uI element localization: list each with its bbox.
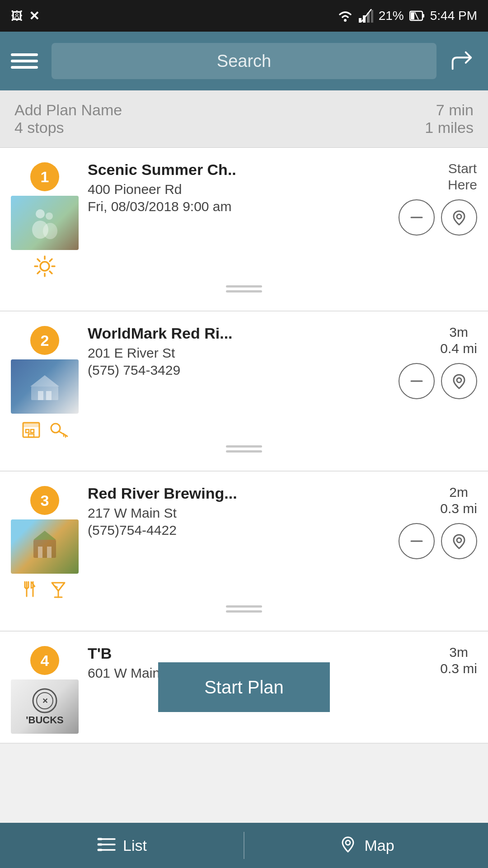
- plan-summary-left: Add Plan Name 4 stops: [14, 101, 122, 137]
- menu-button[interactable]: [11, 53, 42, 69]
- share-icon: [448, 48, 474, 74]
- stop-info: WorldMark Red Ri... 201 E River St (575)…: [88, 324, 389, 378]
- stop-actions: 3m 0.4 mi: [399, 324, 477, 399]
- svg-rect-4: [371, 10, 373, 23]
- category-icons: [20, 578, 69, 600]
- stop-distance: 3m 0.4 mi: [440, 324, 477, 357]
- svg-rect-30: [23, 423, 39, 427]
- stop-item: 2: [0, 311, 488, 472]
- svg-point-52: [457, 538, 461, 542]
- battery-icon: [409, 10, 425, 22]
- svg-rect-32: [31, 429, 34, 433]
- stop-number-badge: 3: [30, 486, 59, 515]
- plan-stops: 4 stops: [14, 119, 122, 137]
- svg-point-62: [346, 840, 350, 845]
- list-nav-label: List: [123, 837, 147, 854]
- svg-rect-7: [422, 14, 424, 18]
- drag-handle[interactable]: [11, 280, 477, 298]
- drag-handle[interactable]: [11, 440, 477, 458]
- stop-item: 3: [0, 472, 488, 632]
- status-bar-left: 🖼 ✕: [11, 9, 39, 24]
- locate-stop-button[interactable]: [441, 199, 477, 236]
- svg-line-9: [415, 12, 418, 19]
- stop-buttons: [399, 363, 477, 399]
- stop-name: Scenic Summer Ch..: [88, 160, 389, 179]
- stop-thumbnail: [11, 196, 79, 250]
- search-input[interactable]: [52, 43, 436, 79]
- stop-address: 217 W Main St: [88, 505, 389, 521]
- svg-point-10: [36, 209, 45, 218]
- hotel-icon: [20, 418, 42, 440]
- svg-text:✕: ✕: [42, 697, 48, 705]
- signal-icon: [359, 9, 373, 23]
- stops-list: 1: [0, 148, 488, 744]
- stop-detail: (575) 754-3429: [88, 363, 389, 378]
- stop-content: 2: [11, 324, 477, 440]
- start-plan-button[interactable]: Start Plan: [158, 662, 330, 712]
- x-icon: ✕: [29, 9, 39, 24]
- stop-item: 1: [0, 148, 488, 311]
- locate-stop-button[interactable]: [441, 523, 477, 559]
- key-icon: [47, 418, 69, 440]
- svg-rect-1: [359, 18, 361, 23]
- stop-name: T'B: [88, 644, 414, 663]
- map-nav-label: Map: [364, 837, 394, 854]
- drag-handle[interactable]: [11, 600, 477, 618]
- svg-rect-33: [28, 434, 34, 437]
- svg-rect-40: [33, 540, 56, 558]
- stop-buttons: [399, 523, 477, 559]
- stop-thumbnail: [11, 519, 79, 574]
- plan-time: 7 min: [436, 101, 474, 119]
- svg-rect-28: [46, 391, 52, 400]
- status-bar-right: 21% 5:44 PM: [337, 9, 477, 23]
- nav-list-button[interactable]: List: [0, 823, 244, 868]
- stop-detail: (575)754-4422: [88, 523, 389, 538]
- svg-marker-26: [30, 375, 59, 387]
- fork-knife-icon: [20, 578, 42, 600]
- category-icons: [20, 418, 69, 440]
- remove-stop-button[interactable]: [399, 199, 435, 236]
- locate-stop-button[interactable]: [441, 363, 477, 399]
- svg-rect-42: [38, 547, 42, 558]
- stop-actions: 3m 0.3 mi: [423, 644, 477, 677]
- svg-rect-43: [47, 547, 52, 558]
- stop-thumbnail: [11, 359, 79, 414]
- svg-line-21: [50, 259, 52, 261]
- svg-line-20: [50, 271, 52, 274]
- start-plan-label: Start Plan: [204, 677, 284, 698]
- svg-rect-27: [38, 391, 43, 400]
- svg-rect-31: [26, 429, 29, 433]
- stop-actions: 2m 0.3 mi: [399, 484, 477, 559]
- stop-thumbnail: ✕ 'BUCKS: [11, 679, 79, 734]
- status-bar: 🖼 ✕ 21% 5:44 PM: [0, 0, 488, 32]
- nav-map-button[interactable]: Map: [244, 823, 488, 868]
- remove-stop-button[interactable]: [399, 363, 435, 399]
- map-nav-icon: [338, 835, 358, 856]
- share-button[interactable]: [446, 45, 477, 77]
- stop-detail: Fri, 08/03/2018 9:00 am: [88, 199, 389, 214]
- stop-address: 201 E River St: [88, 345, 389, 361]
- plan-miles: 1 miles: [425, 119, 474, 137]
- stop-distance: 2m 0.3 mi: [440, 484, 477, 517]
- stop-distance: 3m 0.3 mi: [440, 644, 477, 677]
- svg-line-19: [38, 259, 40, 261]
- category-sun-icon: [33, 255, 56, 280]
- svg-line-22: [38, 271, 40, 274]
- app-header: [0, 32, 488, 90]
- stop-number-badge: 4: [30, 646, 59, 675]
- svg-point-11: [46, 212, 53, 220]
- stop-content: 1: [11, 160, 477, 280]
- stop-buttons: [399, 199, 477, 236]
- plan-name[interactable]: Add Plan Name: [14, 101, 122, 119]
- remove-stop-button[interactable]: [399, 523, 435, 559]
- list-nav-icon: [97, 835, 117, 856]
- plan-summary-right: 7 min 1 miles: [425, 101, 474, 137]
- stop-number-badge: 2: [30, 326, 59, 355]
- photo-icon: 🖼: [11, 9, 23, 23]
- stop-info: Red River Brewing... 217 W Main St (575)…: [88, 484, 389, 538]
- svg-point-13: [43, 223, 57, 239]
- plan-summary: Add Plan Name 4 stops 7 min 1 miles: [0, 90, 488, 148]
- bottom-nav: List Map: [0, 823, 488, 868]
- start-here-label: StartHere: [448, 160, 477, 193]
- svg-rect-25: [31, 387, 58, 400]
